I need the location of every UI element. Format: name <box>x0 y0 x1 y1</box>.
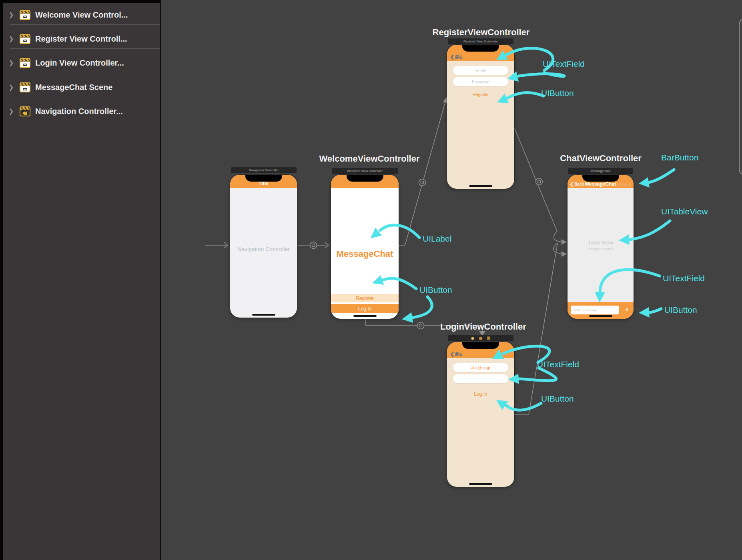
back-chevron-icon: ❮ <box>450 54 454 59</box>
nav-scene-titlebar[interactable]: Navigation Controller <box>231 167 297 173</box>
welcome-scene-title: Welcome View Controller <box>347 169 383 173</box>
phone-notch <box>462 342 499 349</box>
sidebar-item-messagechat-scene[interactable]: ❯ MessageChat Scene <box>3 75 160 99</box>
annotation-register-textfield: UITextField <box>543 59 585 69</box>
first-responder-dock-icon[interactable] <box>479 337 482 340</box>
home-indicator <box>353 315 377 317</box>
login-phone[interactable]: ❮戻る abz@co.jp Log In <box>447 342 514 487</box>
password-field[interactable] <box>453 374 508 383</box>
password-field[interactable]: Password <box>453 77 508 86</box>
logout-bar-button[interactable]: ログアウト <box>613 182 632 188</box>
sidebar-item-register-scene[interactable]: ❯ Register View Controll... <box>3 27 160 51</box>
annotation-login-textfield: UITextField <box>537 360 579 369</box>
phone-notch <box>245 175 282 182</box>
back-button[interactable]: ❮戻る <box>450 352 463 357</box>
annotation-welcome-uibutton: UIButton <box>419 285 452 295</box>
login-scene-dock[interactable] <box>448 335 513 341</box>
storyboard-editor: ❯ Welcome View Control... ❯ Register Vie… <box>0 0 742 560</box>
register-scene-title: Register View Controller <box>463 40 498 43</box>
phone-notch <box>462 45 499 52</box>
login-button[interactable]: Log In <box>447 391 514 397</box>
navigation-controller-placeholder-label: Navigation Controller <box>230 246 297 252</box>
chat-scene-heading: ChatViewController <box>558 153 643 164</box>
sidebar-separator <box>10 97 160 97</box>
annotation-register-button: UIButton <box>541 88 574 98</box>
annotation-uitableview: UITableView <box>661 207 708 216</box>
sidebar-separator <box>10 24 160 25</box>
view-controller-scene-icon <box>20 58 30 68</box>
back-button[interactable]: ❮戻る <box>450 54 463 60</box>
sidebar-item-label: Navigation Controller... <box>35 107 123 116</box>
view-controller-scene-icon <box>20 10 30 20</box>
prototype-content-label: Prototype Content <box>568 247 634 251</box>
view-controller-dock-icon[interactable] <box>471 337 474 340</box>
welcome-phone[interactable]: MessageChat Register Log In <box>331 175 399 319</box>
email-field[interactable]: abz@co.jp <box>453 363 508 372</box>
disclosure-chevron-icon[interactable]: ❯ <box>6 11 16 18</box>
home-indicator <box>589 315 612 317</box>
table-view-label[interactable]: Table View <box>568 240 634 246</box>
send-button-icon[interactable]: ➤ <box>624 306 630 313</box>
nav-bar-title: Title <box>230 181 297 186</box>
login-scene-heading: LoginViewController <box>440 322 525 332</box>
login-button[interactable]: Log In <box>331 304 399 313</box>
chat-scene-title: MessageChat <box>591 169 610 173</box>
sidebar-item-label: Welcome View Control... <box>35 10 128 20</box>
window-edge-left <box>0 0 3 560</box>
sidebar-item-navigation-controller[interactable]: ❯ Navigation Controller... <box>3 99 160 123</box>
nav-scene-title: Navigation Controller <box>249 168 279 172</box>
chat-phone[interactable]: ❮Back MessageChat ログアウト Table View Proto… <box>568 175 634 319</box>
chat-scene-titlebar[interactable]: MessageChat <box>568 168 633 174</box>
navigation-controller-phone[interactable]: Title Navigation Controller <box>230 175 297 318</box>
sidebar-item-label: Login View Controller... <box>35 58 124 68</box>
navigation-controller-scene-icon <box>20 106 30 116</box>
exit-dock-icon[interactable] <box>487 336 490 340</box>
disclosure-chevron-icon[interactable]: ❯ <box>6 108 16 115</box>
register-scene-titlebar[interactable]: Register View Controller <box>448 38 513 44</box>
welcome-scene-titlebar[interactable]: Welcome View Controller <box>332 168 398 174</box>
message-textfield[interactable]: Write a message... <box>571 306 619 314</box>
view-controller-scene-icon <box>20 34 30 44</box>
disclosure-chevron-icon[interactable]: ❯ <box>6 35 16 42</box>
sidebar-separator <box>10 73 160 73</box>
home-indicator <box>469 185 492 187</box>
sidebar-item-welcome-scene[interactable]: ❯ Welcome View Control... <box>3 3 160 27</box>
annotation-barbutton: BarButton <box>661 153 698 162</box>
disclosure-chevron-icon[interactable]: ❯ <box>6 84 16 91</box>
email-field[interactable]: Email <box>453 66 508 75</box>
sidebar-item-login-scene[interactable]: ❯ Login View Controller... <box>3 51 160 75</box>
view-controller-scene-icon <box>20 82 30 92</box>
register-scene-heading: RegisterViewController <box>431 27 531 38</box>
scene-dock-icons <box>471 336 490 340</box>
scene-outline-sidebar: ❯ Welcome View Control... ❯ Register Vie… <box>0 0 161 560</box>
welcome-scene-heading: WelcomeViewController <box>318 154 421 164</box>
annotation-login-uibutton: UIButton <box>541 394 574 404</box>
register-button[interactable]: Register <box>447 92 514 97</box>
annotation-chat-textfield: UITextField <box>663 274 705 283</box>
window-edge-top <box>0 0 160 3</box>
disclosure-chevron-icon[interactable]: ❯ <box>6 59 16 66</box>
home-indicator <box>252 314 275 316</box>
annotation-chat-uibutton: UIButton <box>664 305 697 315</box>
home-indicator <box>469 483 492 485</box>
sidebar-separator <box>10 48 160 49</box>
phone-notch <box>582 175 619 182</box>
back-chevron-icon: ❮ <box>450 352 454 356</box>
annotation-welcome-uilabel: UILabel <box>423 234 451 244</box>
phone-notch <box>347 175 383 182</box>
register-phone[interactable]: ❮戻る Email Password Register <box>447 45 514 189</box>
sidebar-item-label: MessageChat Scene <box>35 83 112 92</box>
app-name-label[interactable]: MessageChat <box>331 249 399 259</box>
sidebar-item-label: Register View Controll... <box>35 34 127 44</box>
register-button[interactable]: Register <box>331 294 399 302</box>
